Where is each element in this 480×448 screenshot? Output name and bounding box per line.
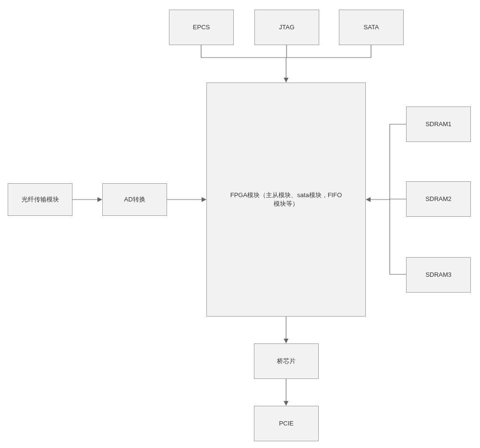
svg-marker-1: [97, 197, 102, 202]
epcs-label: EPCS: [193, 23, 210, 32]
bridge-label: 桥芯片: [277, 357, 296, 365]
pcie-block: PCIE: [254, 406, 319, 441]
fiber-block: 光纤传输模块: [8, 183, 72, 216]
ad-label: AD转换: [124, 195, 145, 204]
sdram3-block: SDRAM3: [406, 257, 471, 293]
svg-marker-2: [202, 197, 206, 202]
fpga-label: FPGA模块（主从模块、sata模块，FIFO模块等）: [228, 191, 344, 208]
ad-block: AD转换: [102, 183, 167, 216]
sdram2-block: SDRAM2: [406, 181, 471, 217]
bridge-block: 桥芯片: [254, 343, 319, 379]
sata-block: SATA: [339, 10, 404, 45]
sdram1-block: SDRAM1: [406, 106, 471, 142]
svg-marker-5: [284, 401, 288, 406]
sdram1-label: SDRAM1: [425, 120, 451, 129]
jtag-block: JTAG: [254, 10, 319, 45]
svg-marker-0: [284, 78, 288, 83]
sdram3-label: SDRAM3: [425, 271, 451, 279]
pcie-label: PCIE: [279, 419, 293, 428]
sdram2-label: SDRAM2: [425, 195, 451, 203]
svg-marker-4: [284, 339, 288, 343]
fiber-label: 光纤传输模块: [22, 195, 59, 204]
epcs-block: EPCS: [169, 10, 234, 45]
jtag-label: JTAG: [279, 23, 294, 32]
sata-label: SATA: [363, 23, 379, 32]
fpga-block: FPGA模块（主从模块、sata模块，FIFO模块等）: [206, 83, 366, 317]
svg-marker-3: [366, 197, 371, 202]
